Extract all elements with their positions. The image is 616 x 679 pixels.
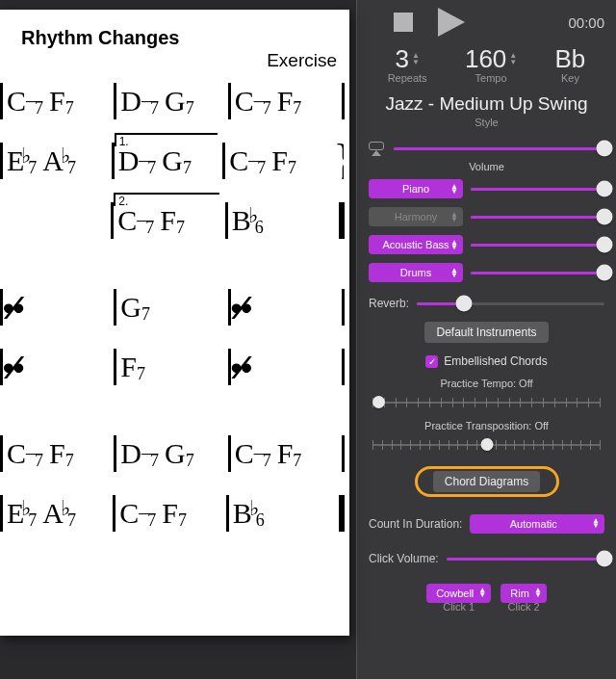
chord: A♭7 [42,144,76,178]
stepper-icon: ▲▼ [412,53,420,65]
tempo-stepper[interactable]: 160 ▲▼ [465,44,517,74]
click2-select[interactable]: Rim ▲▼ [500,584,547,603]
count-in-select[interactable]: Automatic ▲▼ [470,514,604,534]
measure: E♭7A♭7 [3,131,112,191]
chord: F7 [277,437,302,471]
chevron-updown-icon: ▲▼ [534,588,542,597]
measure: E♭7A♭7 [3,483,113,543]
chord-diagrams-highlight: Chord Diagrams [415,466,559,497]
chord: C–7 [235,85,271,118]
instrument-row: Piano▲▼ [369,178,604,199]
bar-row: •⁄•G7•⁄• [0,277,345,337]
double-barline [339,202,345,239]
song-title: Rhythm Changes [21,27,179,49]
chord: B♭6 [233,497,265,531]
chevron-updown-icon: ▲▼ [450,268,458,277]
chord: C–7 [7,437,43,471]
click1-select[interactable]: Cowbell ▲▼ [426,584,491,603]
chord: E♭7 [7,497,37,531]
chord: A♭7 [42,497,76,531]
measure: •⁄• [231,277,342,337]
repeat-sign: •⁄• [235,349,246,386]
chevron-updown-icon: ▲▼ [478,588,486,597]
volume-label: Volume [369,161,604,172]
click-volume-label: Click Volume: [369,552,439,565]
instrument-select[interactable]: Acoustic Bass▲▼ [369,235,463,254]
bar-row: C–7F7D–7G7C–7F7 [0,424,345,483]
repeats-stepper[interactable]: 3 ▲▼ [395,44,419,74]
instrument-row: Drums▲▼ [369,262,604,283]
practice-transposition-slider[interactable] [372,437,601,453]
instrument-volume-slider[interactable] [471,263,604,282]
chord: G7 [165,85,194,118]
stepper-icon: ▲▼ [509,53,517,65]
embellished-label: Embellished Chords [444,354,547,368]
instrument-volume-slider[interactable] [471,207,604,226]
chord: F7 [160,204,185,238]
airplay-icon[interactable] [369,142,384,155]
stop-button[interactable] [394,13,413,32]
instrument-row: Harmony▲▼ [369,206,604,227]
repeat-end: } [333,143,344,179]
instrument-volume-slider[interactable] [471,179,604,198]
style-sublabel: Style [369,117,604,128]
repeat-sign: •⁄• [7,289,18,326]
instrument-select[interactable]: Drums▲▼ [369,263,463,282]
reverb-label: Reverb: [369,297,409,310]
chord: C–7 [119,497,156,531]
measure-empty [0,191,111,250]
chord: B♭6 [232,204,264,238]
double-barline [339,495,345,532]
practice-tempo-slider[interactable] [372,395,601,410]
measure: B♭6 [228,191,339,250]
repeat-sign: •⁄• [7,349,18,386]
master-volume-slider[interactable] [394,139,604,158]
instrument-row: Acoustic Bass▲▼ [369,234,604,255]
chord: G7 [162,144,192,178]
measure: F7 [116,337,227,397]
chord: F7 [162,497,187,531]
bar-row: E♭7A♭7C–7F7B♭6 [0,483,345,543]
chord: F7 [49,437,74,471]
chord: D–7 [120,85,159,118]
measure: C–7F7 [225,131,334,191]
default-instruments-button[interactable]: Default Instruments [424,322,548,343]
practice-transposition-label: Practice Transposition: Off [369,420,604,431]
chord: G7 [165,437,194,471]
count-in-label: Count In Duration: [369,517,462,531]
measure: B♭6 [229,483,339,543]
instrument-select[interactable]: Piano▲▼ [369,179,463,198]
measure: G7 [116,277,227,337]
embellished-checkbox[interactable]: ✓ [425,355,438,368]
repeat-sign: •⁄• [235,289,246,326]
chevron-updown-icon: ▲▼ [592,518,600,528]
chord: E♭7 [7,144,37,178]
timecode: 00:00 [568,14,604,31]
chart-sheet: Rhythm Changes Exercise C–7F7D–7G7C–7F7E… [0,10,349,636]
measure: •⁄• [3,277,114,337]
instrument-select[interactable]: Harmony▲▼ [369,207,463,226]
chord: F7 [271,144,296,178]
bar-row: C–7F7D–7G7C–7F7 [0,71,345,131]
chord: G7 [120,291,150,325]
reverb-slider[interactable] [417,294,604,313]
chord-diagrams-button[interactable]: Chord Diagrams [433,471,540,492]
instrument-volume-slider[interactable] [471,235,604,254]
chord: F7 [49,85,74,118]
bar-row: E♭7A♭71.D–7G7C–7F7} [0,131,345,191]
barline [342,435,345,472]
practice-tempo-label: Practice Tempo: Off [369,378,604,389]
measure: C–7F7 [3,71,114,131]
chord: F7 [120,351,145,384]
chevron-updown-icon: ▲▼ [450,240,458,249]
chord: F7 [277,85,302,118]
measure: C–7F7 [116,483,225,543]
click-volume-slider[interactable] [447,549,604,568]
chord: C–7 [235,437,271,471]
measure: C–7F7 [231,71,342,131]
play-button[interactable] [438,8,465,37]
style-name[interactable]: Jazz - Medium Up Swing [369,93,604,115]
measure: D–7G7 [116,424,227,483]
key-selector[interactable]: Bb [555,44,586,74]
chevron-updown-icon: ▲▼ [450,212,458,222]
